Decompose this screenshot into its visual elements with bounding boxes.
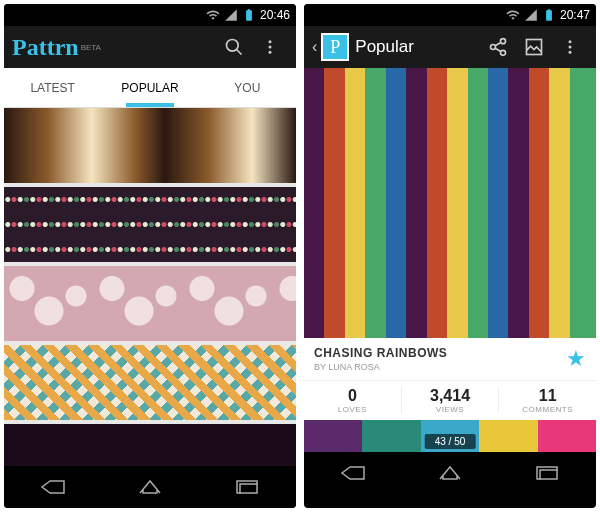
tab-popular[interactable]: POPULAR: [101, 68, 198, 107]
status-time: 20:46: [260, 8, 290, 22]
up-caret-icon[interactable]: ‹: [312, 38, 317, 56]
recent-icon: [236, 480, 258, 494]
svg-point-13: [569, 40, 572, 43]
overflow-icon: [561, 38, 579, 56]
recent-button[interactable]: [222, 473, 272, 501]
search-icon: [224, 37, 244, 57]
battery-icon: [242, 8, 256, 22]
status-bar: 20:46: [4, 4, 296, 26]
home-button[interactable]: [125, 473, 175, 501]
back-button[interactable]: [28, 473, 78, 501]
page-title: Popular: [355, 37, 414, 57]
action-bar: ‹ P Popular: [304, 26, 596, 68]
back-button[interactable]: [328, 459, 378, 487]
overflow-button[interactable]: [252, 29, 288, 65]
list-item[interactable]: [4, 108, 296, 183]
wifi-icon: [506, 8, 520, 22]
stat-loves[interactable]: 0 LOVES: [304, 387, 402, 414]
share-button[interactable]: [480, 29, 516, 65]
tab-bar: LATEST POPULAR YOU: [4, 68, 296, 108]
svg-point-9: [501, 50, 506, 55]
svg-point-0: [227, 40, 239, 52]
home-icon: [138, 479, 162, 495]
pattern-author: BY LUNA ROSA: [314, 362, 566, 372]
svg-point-7: [501, 39, 506, 44]
overflow-icon: [261, 38, 279, 56]
svg-point-8: [491, 45, 496, 50]
svg-line-1: [237, 50, 242, 55]
stat-views[interactable]: 3,414 VIEWS: [402, 387, 500, 414]
wifi-icon: [206, 8, 220, 22]
swatch[interactable]: [538, 420, 596, 452]
list-item[interactable]: [4, 266, 296, 341]
action-bar: Pattrn BETA: [4, 26, 296, 68]
svg-line-10: [495, 42, 501, 45]
svg-point-4: [269, 51, 272, 54]
app-logo: Pattrn: [12, 34, 79, 61]
page-counter: 43 / 50: [425, 434, 476, 449]
recent-button[interactable]: [522, 459, 572, 487]
favorite-button[interactable]: ★: [566, 346, 586, 372]
signal-icon: [224, 8, 238, 22]
recent-icon: [536, 466, 558, 480]
svg-point-3: [269, 46, 272, 49]
status-bar: 20:47: [304, 4, 596, 26]
nav-bar: [4, 466, 296, 508]
color-palette: 43 / 50: [304, 420, 596, 452]
wallpaper-button[interactable]: [516, 29, 552, 65]
battery-icon: [542, 8, 556, 22]
swatch[interactable]: [304, 420, 362, 452]
share-icon: [488, 37, 508, 57]
svg-line-11: [495, 48, 501, 51]
pattern-list[interactable]: [4, 108, 296, 466]
pattern-meta: CHASING RAINBOWS BY LUNA ROSA ★: [304, 338, 596, 380]
overflow-button[interactable]: [552, 29, 588, 65]
app-icon[interactable]: P: [321, 33, 349, 61]
svg-point-15: [569, 51, 572, 54]
svg-point-14: [569, 46, 572, 49]
stat-comments[interactable]: 11 COMMENTS: [499, 387, 596, 414]
back-icon: [40, 479, 66, 495]
stats-bar: 0 LOVES 3,414 VIEWS 11 COMMENTS: [304, 380, 596, 420]
list-item[interactable]: [4, 345, 296, 420]
pattern-image[interactable]: [304, 68, 596, 338]
home-button[interactable]: [425, 459, 475, 487]
phone-right: 20:47 ‹ P Popular CHASING RAINBOWS BY LU…: [304, 4, 596, 508]
signal-icon: [524, 8, 538, 22]
search-button[interactable]: [216, 29, 252, 65]
tab-latest[interactable]: LATEST: [4, 68, 101, 107]
beta-badge: BETA: [81, 43, 101, 52]
pattern-title: CHASING RAINBOWS: [314, 346, 566, 360]
list-item[interactable]: [4, 424, 296, 466]
swatch[interactable]: [362, 420, 420, 452]
image-icon: [524, 37, 544, 57]
swatch[interactable]: [479, 420, 537, 452]
tab-you[interactable]: YOU: [199, 68, 296, 107]
svg-point-2: [269, 40, 272, 43]
phone-left: 20:46 Pattrn BETA LATEST POPULAR YOU: [4, 4, 296, 508]
nav-bar: [304, 452, 596, 494]
list-item[interactable]: [4, 187, 296, 262]
status-time: 20:47: [560, 8, 590, 22]
home-icon: [438, 465, 462, 481]
back-icon: [340, 465, 366, 481]
